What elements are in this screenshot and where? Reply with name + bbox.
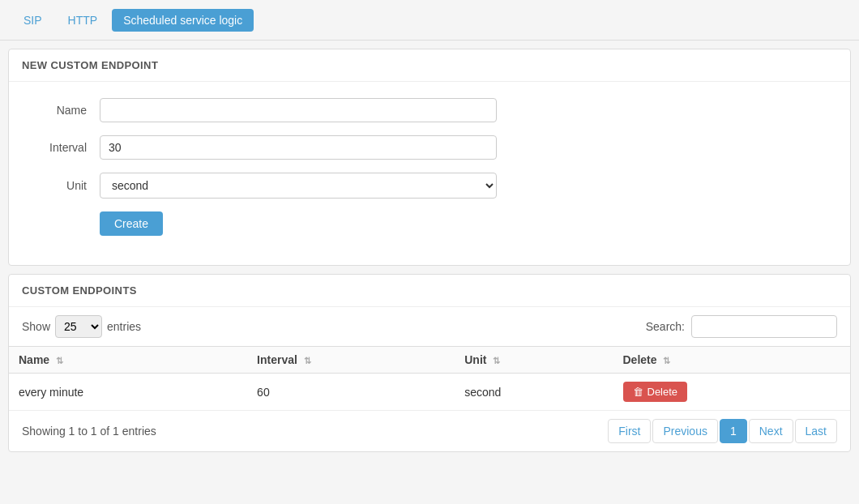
- interval-row: Interval: [22, 135, 837, 160]
- search-box: Search:: [646, 315, 837, 338]
- col-header-interval: Interval ⇅: [247, 347, 455, 374]
- interval-label: Interval: [22, 141, 87, 154]
- cell-delete: Delete: [613, 374, 851, 411]
- table-header-row: Name ⇅ Interval ⇅ Unit ⇅ Delete ⇅: [9, 347, 850, 374]
- col-header-delete: Delete ⇅: [613, 347, 851, 374]
- create-button[interactable]: Create: [100, 211, 163, 236]
- previous-button[interactable]: Previous: [652, 419, 717, 443]
- name-input[interactable]: [100, 98, 497, 122]
- sort-delete-icon[interactable]: ⇅: [663, 356, 670, 366]
- sort-interval-icon[interactable]: ⇅: [304, 356, 311, 366]
- sort-unit-icon[interactable]: ⇅: [493, 356, 500, 366]
- showing-text: Showing 1 to 1 of 1 entries: [22, 425, 156, 438]
- table-controls: Show 10 25 50 100 entries Search:: [9, 307, 850, 346]
- trash-icon: [633, 386, 643, 398]
- search-label: Search:: [646, 320, 685, 333]
- interval-input[interactable]: [100, 135, 497, 160]
- cell-unit: second: [455, 374, 613, 411]
- new-endpoint-title: NEW CUSTOM ENDPOINT: [9, 49, 850, 82]
- current-page-button[interactable]: 1: [720, 419, 747, 443]
- new-endpoint-panel: NEW CUSTOM ENDPOINT Name Interval Unit s…: [8, 49, 851, 266]
- name-row: Name: [22, 98, 837, 122]
- name-label: Name: [22, 104, 87, 117]
- new-endpoint-body: Name Interval Unit second minute hour da…: [9, 82, 850, 265]
- delete-label: Delete: [647, 386, 678, 398]
- custom-endpoints-title: CUSTOM ENDPOINTS: [9, 275, 850, 307]
- last-button[interactable]: Last: [795, 419, 837, 443]
- tab-scheduled[interactable]: Scheduled service logic: [112, 9, 254, 32]
- tab-bar: SIP HTTP Scheduled service logic: [0, 0, 859, 41]
- next-button[interactable]: Next: [749, 419, 793, 443]
- entries-select[interactable]: 10 25 50 100: [55, 315, 102, 338]
- show-label: Show: [22, 320, 50, 333]
- col-header-name: Name ⇅: [9, 347, 247, 374]
- cell-name: every minute: [9, 374, 247, 411]
- tab-sip[interactable]: SIP: [12, 9, 53, 32]
- unit-label: Unit: [22, 179, 87, 192]
- first-button[interactable]: First: [608, 419, 651, 443]
- cell-interval: 60: [247, 374, 455, 411]
- endpoints-table: Name ⇅ Interval ⇅ Unit ⇅ Delete ⇅ e: [9, 346, 850, 410]
- unit-row: Unit second minute hour day: [22, 173, 837, 199]
- table-row: every minute 60 second Delete: [9, 374, 850, 411]
- create-row: Create: [22, 211, 837, 236]
- show-entries: Show 10 25 50 100 entries: [22, 315, 141, 338]
- col-header-unit: Unit ⇅: [455, 347, 613, 374]
- sort-name-icon[interactable]: ⇅: [56, 356, 63, 366]
- delete-button[interactable]: Delete: [623, 382, 688, 402]
- unit-select[interactable]: second minute hour day: [100, 173, 497, 199]
- entries-label: entries: [107, 320, 141, 333]
- pagination-bar: Showing 1 to 1 of 1 entries First Previo…: [9, 410, 850, 451]
- pagination: First Previous 1 Next Last: [608, 419, 837, 443]
- search-input[interactable]: [691, 315, 837, 338]
- tab-http[interactable]: HTTP: [57, 9, 109, 32]
- custom-endpoints-panel: CUSTOM ENDPOINTS Show 10 25 50 100 entri…: [8, 274, 851, 452]
